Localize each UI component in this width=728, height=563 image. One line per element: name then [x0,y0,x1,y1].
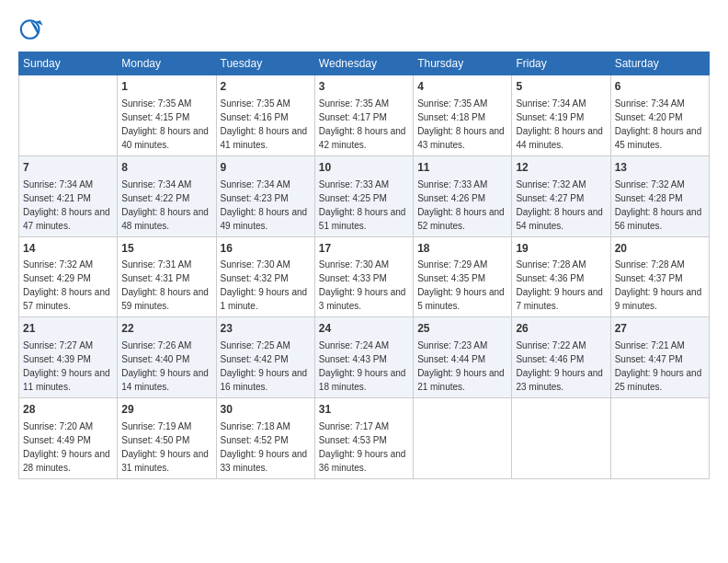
calendar-header: SundayMondayTuesdayWednesdayThursdayFrid… [19,52,710,75]
cell-daylight: Daylight: 9 hours and 11 minutes. [23,368,110,392]
day-number: 7 [23,160,113,176]
cell-daylight: Daylight: 9 hours and 28 minutes. [23,449,110,473]
weekday-header: Friday [512,52,610,75]
cell-sunrise: Sunrise: 7:33 AM [319,179,389,190]
calendar-cell: 16Sunrise: 7:30 AMSunset: 4:32 PMDayligh… [216,236,314,317]
calendar-cell: 5Sunrise: 7:34 AMSunset: 4:19 PMDaylight… [512,75,610,156]
weekday-header: Saturday [610,52,709,75]
weekday-header: Sunday [19,52,118,75]
cell-sunset: Sunset: 4:33 PM [319,273,387,283]
cell-daylight: Daylight: 8 hours and 45 minutes. [615,126,702,150]
weekday-header: Wednesday [314,52,413,75]
cell-sunrise: Sunrise: 7:32 AM [615,179,685,190]
cell-sunset: Sunset: 4:36 PM [516,273,584,283]
cell-daylight: Daylight: 9 hours and 31 minutes. [121,449,209,473]
cell-sunset: Sunset: 4:37 PM [615,273,683,283]
calendar-cell: 23Sunrise: 7:25 AMSunset: 4:42 PMDayligh… [216,317,314,398]
day-number: 12 [516,160,606,176]
day-number: 5 [516,79,606,95]
day-number: 28 [23,402,113,418]
cell-sunrise: Sunrise: 7:30 AM [319,259,389,270]
cell-sunset: Sunset: 4:26 PM [417,193,485,203]
cell-sunrise: Sunrise: 7:25 AM [221,340,290,350]
cell-sunrise: Sunrise: 7:35 AM [221,98,290,109]
cell-sunrise: Sunrise: 7:19 AM [121,421,191,431]
cell-sunset: Sunset: 4:27 PM [516,193,584,203]
cell-daylight: Daylight: 8 hours and 54 minutes. [516,207,603,231]
cell-sunrise: Sunrise: 7:28 AM [516,259,586,270]
cell-sunset: Sunset: 4:46 PM [516,354,584,364]
day-number: 24 [319,321,409,337]
cell-sunset: Sunset: 4:32 PM [221,273,289,283]
day-number: 8 [121,160,211,176]
calendar-week-row: 14Sunrise: 7:32 AMSunset: 4:29 PMDayligh… [19,236,710,317]
cell-sunset: Sunset: 4:49 PM [23,435,91,445]
cell-sunset: Sunset: 4:31 PM [121,273,189,283]
cell-sunrise: Sunrise: 7:18 AM [221,421,290,431]
cell-sunrise: Sunrise: 7:32 AM [516,179,586,190]
calendar-week-row: 7Sunrise: 7:34 AMSunset: 4:21 PMDaylight… [19,155,710,236]
cell-sunset: Sunset: 4:28 PM [615,193,683,203]
calendar-cell: 12Sunrise: 7:32 AMSunset: 4:27 PMDayligh… [512,155,610,236]
calendar-cell: 28Sunrise: 7:20 AMSunset: 4:49 PMDayligh… [19,398,118,479]
header [18,17,710,42]
calendar-cell: 25Sunrise: 7:23 AMSunset: 4:44 PMDayligh… [414,317,512,398]
calendar-cell: 29Sunrise: 7:19 AMSunset: 4:50 PMDayligh… [118,398,216,479]
cell-sunset: Sunset: 4:18 PM [417,112,485,122]
day-number: 22 [121,321,211,337]
calendar-cell: 2Sunrise: 7:35 AMSunset: 4:16 PMDaylight… [216,75,314,156]
cell-sunset: Sunset: 4:29 PM [23,273,91,283]
cell-sunrise: Sunrise: 7:23 AM [417,340,487,350]
cell-daylight: Daylight: 8 hours and 49 minutes. [221,207,308,231]
cell-daylight: Daylight: 8 hours and 44 minutes. [516,126,603,150]
cell-sunset: Sunset: 4:50 PM [121,435,189,445]
cell-daylight: Daylight: 9 hours and 1 minute. [221,287,308,311]
calendar-week-row: 1Sunrise: 7:35 AMSunset: 4:15 PMDaylight… [19,75,710,156]
cell-sunset: Sunset: 4:23 PM [221,193,289,203]
calendar-cell: 17Sunrise: 7:30 AMSunset: 4:33 PMDayligh… [314,236,413,317]
cell-sunrise: Sunrise: 7:33 AM [417,179,487,190]
calendar-cell: 7Sunrise: 7:34 AMSunset: 4:21 PMDaylight… [19,155,118,236]
cell-sunset: Sunset: 4:43 PM [319,354,387,364]
cell-daylight: Daylight: 8 hours and 40 minutes. [121,126,209,150]
calendar-body: 1Sunrise: 7:35 AMSunset: 4:15 PMDaylight… [19,75,710,479]
logo-icon [18,17,44,42]
cell-sunset: Sunset: 4:20 PM [615,112,683,122]
cell-sunrise: Sunrise: 7:27 AM [23,340,93,350]
cell-daylight: Daylight: 9 hours and 7 minutes. [516,287,603,311]
cell-sunset: Sunset: 4:25 PM [319,193,387,203]
cell-daylight: Daylight: 9 hours and 25 minutes. [615,368,702,392]
calendar-cell: 4Sunrise: 7:35 AMSunset: 4:18 PMDaylight… [414,75,512,156]
cell-daylight: Daylight: 8 hours and 57 minutes. [23,287,110,311]
cell-sunrise: Sunrise: 7:34 AM [615,98,685,109]
calendar-week-row: 21Sunrise: 7:27 AMSunset: 4:39 PMDayligh… [19,317,710,398]
calendar-cell: 27Sunrise: 7:21 AMSunset: 4:47 PMDayligh… [610,317,709,398]
day-number: 31 [319,402,409,418]
weekday-row: SundayMondayTuesdayWednesdayThursdayFrid… [19,52,710,75]
cell-daylight: Daylight: 9 hours and 23 minutes. [516,368,603,392]
day-number: 17 [319,241,409,257]
cell-sunrise: Sunrise: 7:35 AM [121,98,191,109]
calendar-cell: 30Sunrise: 7:18 AMSunset: 4:52 PMDayligh… [216,398,314,479]
calendar-cell: 10Sunrise: 7:33 AMSunset: 4:25 PMDayligh… [314,155,413,236]
day-number: 13 [615,160,705,176]
cell-daylight: Daylight: 8 hours and 52 minutes. [417,207,505,231]
day-number: 14 [23,241,113,257]
cell-daylight: Daylight: 8 hours and 48 minutes. [121,207,209,231]
calendar-cell: 15Sunrise: 7:31 AMSunset: 4:31 PMDayligh… [118,236,216,317]
day-number: 3 [319,79,409,95]
cell-sunrise: Sunrise: 7:35 AM [319,98,389,109]
cell-sunrise: Sunrise: 7:34 AM [23,179,93,190]
weekday-header: Monday [118,52,216,75]
cell-daylight: Daylight: 9 hours and 5 minutes. [417,287,505,311]
calendar-cell [414,398,512,479]
day-number: 29 [121,402,211,418]
cell-daylight: Daylight: 8 hours and 42 minutes. [319,126,406,150]
day-number: 27 [615,321,705,337]
cell-daylight: Daylight: 8 hours and 51 minutes. [319,207,406,231]
cell-daylight: Daylight: 8 hours and 47 minutes. [23,207,110,231]
weekday-header: Tuesday [216,52,314,75]
day-number: 23 [221,321,311,337]
day-number: 21 [23,321,113,337]
cell-daylight: Daylight: 9 hours and 33 minutes. [221,449,308,473]
